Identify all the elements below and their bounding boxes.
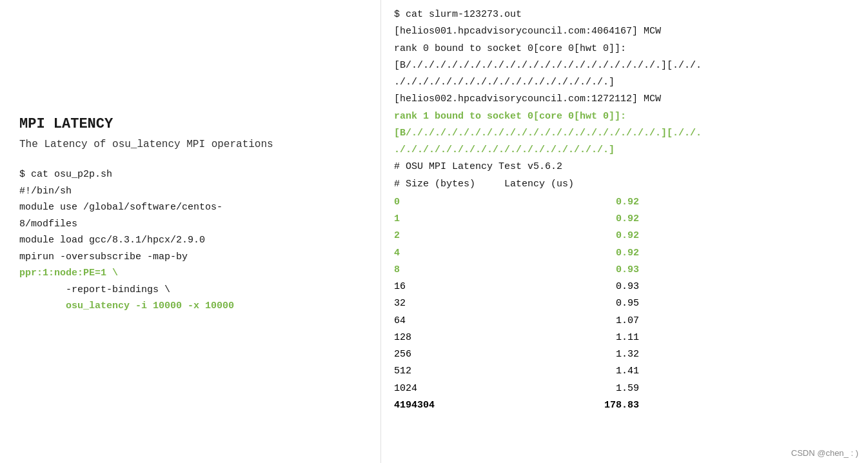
table-row: 2561.32 (394, 346, 855, 363)
size-cell: 512 (394, 363, 510, 380)
data-table: 00.9210.9220.9240.9280.93160.93320.95641… (394, 194, 855, 414)
section-description: The Latency of osu_latency MPI operation… (19, 139, 361, 150)
size-cell: 4 (394, 245, 510, 262)
watermark: CSDN @chen_ : ) (791, 448, 858, 458)
right-panel: $ cat slurm-123273.out[helios001.hpcadvi… (380, 0, 868, 463)
size-cell: 256 (394, 346, 510, 363)
code-line: -report-bindings \ (19, 282, 361, 299)
code-line: ppr:1:node:PE=1 \ (19, 265, 361, 282)
size-cell: 128 (394, 330, 510, 346)
right-header-line: [B/././././././././././././././././././.… (394, 125, 855, 142)
left-code-block: $ cat osu_p2p.sh#!/bin/shmodule use /glo… (19, 166, 361, 315)
right-header-line: ././././././././././././././././././.] (394, 142, 855, 159)
size-cell: 1024 (394, 380, 510, 397)
table-row: 4194304178.83 (394, 397, 855, 414)
latency-cell: 0.92 (510, 228, 639, 244)
right-header-line: # OSU MPI Latency Test v5.6.2 (394, 159, 855, 175)
size-cell: 64 (394, 313, 510, 330)
right-header-line: [helios001.hpcadvisorycouncil.com:406416… (394, 23, 855, 40)
code-line: 8/modfiles (19, 216, 361, 233)
latency-cell: 178.83 (510, 397, 639, 414)
right-header-line: # Size (bytes) Latency (us) (394, 176, 855, 193)
latency-cell: 1.41 (510, 363, 639, 380)
table-row: 160.93 (394, 279, 855, 295)
size-cell: 4194304 (394, 397, 510, 414)
code-line: $ cat osu_p2p.sh (19, 166, 361, 183)
code-line: module load gcc/8.3.1/hpcx/2.9.0 (19, 232, 361, 249)
size-cell: 1 (394, 211, 510, 228)
table-row: 1281.11 (394, 330, 855, 346)
table-row: 40.92 (394, 245, 855, 262)
size-cell: 32 (394, 295, 510, 312)
code-line: osu_latency -i 10000 -x 10000 (19, 298, 361, 315)
size-cell: 16 (394, 279, 510, 295)
right-code-block: $ cat slurm-123273.out[helios001.hpcadvi… (394, 6, 855, 193)
section-title: MPI LATENCY (19, 116, 361, 132)
latency-cell: 0.95 (510, 295, 639, 312)
code-line: #!/bin/sh (19, 183, 361, 200)
right-header-line: [helios002.hpcadvisorycouncil.com:127211… (394, 91, 855, 108)
latency-cell: 0.92 (510, 194, 639, 211)
right-header-line: [B/././././././././././././././././././.… (394, 57, 855, 74)
latency-cell: 1.32 (510, 346, 639, 363)
right-header-line: rank 0 bound to socket 0[core 0[hwt 0]]: (394, 41, 855, 57)
code-line: mpirun -oversubscribe -map-by (19, 249, 361, 266)
right-header-line: rank 1 bound to socket 0[core 0[hwt 0]]: (394, 108, 855, 125)
table-row: 20.92 (394, 228, 855, 244)
size-cell: 0 (394, 194, 510, 211)
table-row: 10.92 (394, 211, 855, 228)
table-row: 80.93 (394, 262, 855, 279)
code-line: module use /global/software/centos- (19, 199, 361, 216)
table-row: 641.07 (394, 313, 855, 330)
table-row: 10241.59 (394, 380, 855, 397)
size-cell: 2 (394, 228, 510, 244)
table-row: 5121.41 (394, 363, 855, 380)
latency-cell: 1.07 (510, 313, 639, 330)
table-row: 320.95 (394, 295, 855, 312)
latency-cell: 0.92 (510, 211, 639, 228)
table-row: 00.92 (394, 194, 855, 211)
latency-cell: 1.59 (510, 380, 639, 397)
size-cell: 8 (394, 262, 510, 279)
latency-cell: 0.93 (510, 262, 639, 279)
latency-cell: 1.11 (510, 330, 639, 346)
latency-cell: 0.93 (510, 279, 639, 295)
left-panel: MPI LATENCY The Latency of osu_latency M… (0, 0, 380, 463)
right-header-line: $ cat slurm-123273.out (394, 6, 855, 23)
right-header-line: ././././././././././././././././././.] (394, 74, 855, 91)
latency-cell: 0.92 (510, 245, 639, 262)
